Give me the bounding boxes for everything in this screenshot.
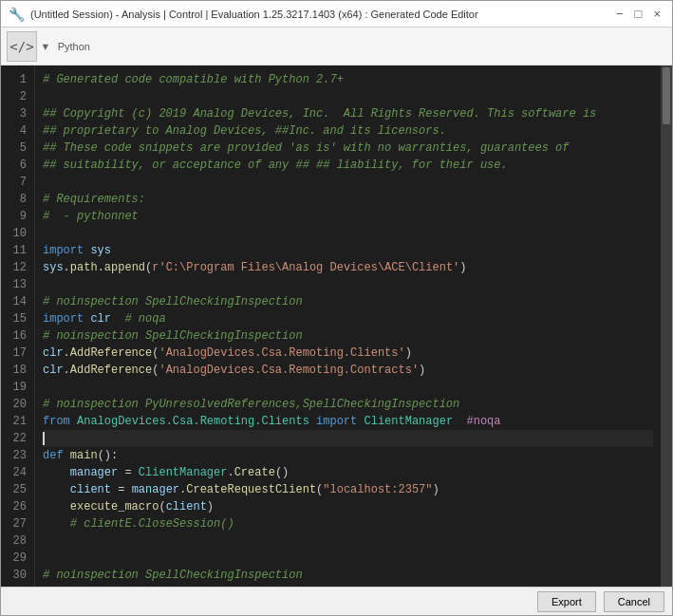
code-line-15: import clr # noqa: [43, 310, 653, 327]
title-bar-controls: − □ ×: [612, 7, 664, 21]
app-icon: 🔧: [9, 7, 25, 22]
code-line-9: # - pythonnet: [43, 208, 653, 225]
toolbar-dropdown-arrow[interactable]: ▾: [41, 37, 50, 56]
code-line-20: # noinspection PyUnresolvedReferences,Sp…: [43, 396, 653, 413]
code-line-21: from AnalogDevices.Csa.Remoting.Clients …: [43, 413, 653, 430]
code-line-2: [43, 88, 653, 105]
vertical-scrollbar[interactable]: [661, 65, 672, 587]
maximize-button[interactable]: □: [631, 7, 646, 21]
code-line-10: [43, 225, 653, 242]
code-line-12: sys.path.append(r'C:\Program Files\Analo…: [43, 259, 653, 276]
code-line-17: clr.AddReference('AnalogDevices.Csa.Remo…: [43, 345, 653, 362]
code-line-6: ## suitability, or acceptance of any ## …: [43, 157, 653, 174]
toolbar: </> ▾ Python: [1, 28, 672, 65]
code-line-26: execute_macro(client): [43, 498, 653, 515]
bottom-bar: Export Cancel: [1, 587, 672, 615]
window-title: (Untitled Session) - Analysis | Control …: [30, 9, 478, 20]
code-editor[interactable]: # Generated code compatible with Python …: [35, 65, 661, 587]
toolbar-language-label: Python: [58, 41, 90, 52]
code-line-19: [43, 379, 653, 396]
code-line-16: # noinspection SpellCheckingInspection: [43, 327, 653, 345]
code-line-23: def main():: [43, 447, 653, 464]
code-line-4: ## proprietary to Analog Devices, ##Inc.…: [43, 122, 653, 140]
code-line-11: import sys: [43, 242, 653, 259]
main-window: 🔧 (Untitled Session) - Analysis | Contro…: [0, 0, 673, 616]
python-icon-button[interactable]: </>: [7, 31, 37, 62]
title-bar: 🔧 (Untitled Session) - Analysis | Contro…: [1, 1, 672, 28]
code-line-24: manager = ClientManager.Create(): [43, 464, 653, 481]
code-line-7: [43, 174, 653, 191]
line-numbers: 12345 678910 1112131415 1617181920 21222…: [1, 65, 35, 587]
code-line-5: ## These code snippets are provided 'as …: [43, 140, 653, 157]
export-button[interactable]: Export: [537, 591, 596, 612]
code-line-22: [43, 430, 653, 447]
code-line-3: ## Copyright (c) 2019 Analog Devices, In…: [43, 105, 653, 122]
code-line-8: # Requirements:: [43, 191, 653, 208]
cancel-button[interactable]: Cancel: [604, 591, 664, 612]
close-button[interactable]: ×: [649, 7, 664, 21]
code-line-13: [43, 276, 653, 293]
code-line-30: # noinspection SpellCheckingInspection: [43, 567, 653, 584]
code-line-27: # clientE.CloseSession(): [43, 515, 653, 532]
code-line-29: [43, 550, 653, 567]
scrollbar-thumb[interactable]: [663, 67, 670, 124]
code-line-14: # noinspection SpellCheckingInspection: [43, 293, 653, 310]
editor-area: 12345 678910 1112131415 1617181920 21222…: [1, 65, 672, 587]
minimize-button[interactable]: −: [612, 7, 627, 21]
title-bar-left: 🔧 (Untitled Session) - Analysis | Contro…: [9, 7, 478, 22]
code-line-25: client = manager.CreateRequestClient("lo…: [43, 481, 653, 498]
code-line-1: # Generated code compatible with Python …: [43, 71, 653, 88]
code-line-28: [43, 532, 653, 550]
code-line-18: clr.AddReference('AnalogDevices.Csa.Remo…: [43, 362, 653, 379]
